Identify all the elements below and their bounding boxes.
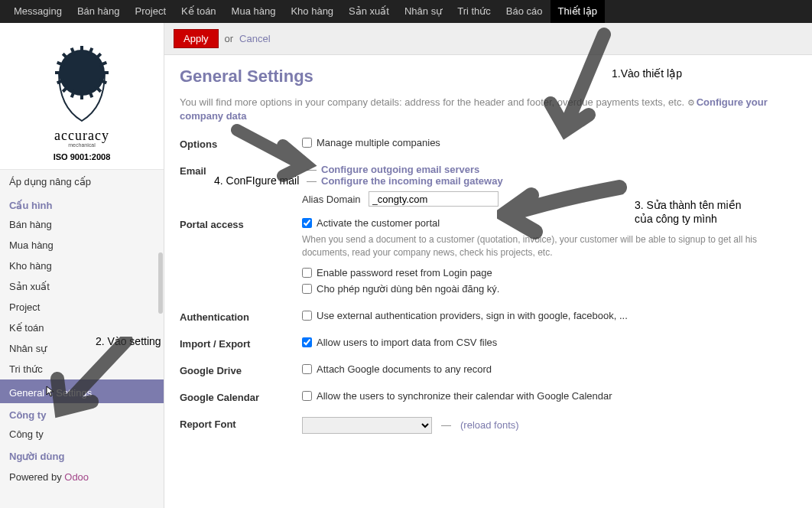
font-label: Report Font [180, 417, 302, 430]
cursor-icon [46, 386, 56, 400]
alias-domain-input[interactable] [369, 191, 499, 207]
font-select[interactable] [302, 417, 432, 434]
menu-item-thiết-lập[interactable]: Thiết lập [551, 0, 605, 23]
password-reset-label: Enable password reset from Login page [317, 267, 492, 278]
sidebar-group-title: Người dùng [0, 444, 164, 465]
ext-auth-checkbox[interactable] [302, 311, 312, 321]
sidebar-item[interactable]: Mua hàng [0, 235, 164, 256]
incoming-link[interactable]: Configure the incoming email gateway [321, 175, 503, 187]
main-area: Apply or Cancel General Settings You wil… [164, 23, 812, 508]
svg-rect-1 [80, 46, 83, 54]
logo-iso: ISO 9001:2008 [11, 152, 152, 161]
sidebar: accuracy mechanical ISO 9001:2008 Áp dụn… [0, 23, 164, 508]
content: General Settings You will find more opti… [164, 55, 812, 461]
menu-item-sản-xuất[interactable]: Sản xuất [341, 0, 397, 23]
csv-import-label: Allow users to import data from CSV file… [317, 337, 497, 348]
menu-item-nhân-sự[interactable]: Nhân sự [397, 0, 450, 23]
sidebar-group-title: Cấu hình [0, 194, 164, 214]
alias-label: Alias Domain [302, 194, 361, 205]
manage-multi-label: Manage multiple companies [317, 137, 440, 148]
gear-icon: ⚙ [687, 98, 695, 107]
activate-help: When you send a document to a customer (… [302, 233, 797, 259]
menu-item-báo-cáo[interactable]: Báo cáo [499, 0, 551, 23]
intro-prefix: You will find more options in your compa… [180, 96, 687, 108]
menu-item-mua-hàng[interactable]: Mua hàng [224, 0, 284, 23]
sidebar-item[interactable]: Nhân sự [0, 338, 164, 359]
external-register-label: Cho phép người dùng bên ngoài đăng ký. [317, 283, 499, 295]
scrollbar-thumb[interactable] [158, 252, 163, 314]
sidebar-item[interactable]: Kế toán [0, 318, 164, 338]
ext-auth-label: Use external authentication providers, s… [317, 310, 628, 321]
menu-item-messaging[interactable]: Messaging [6, 0, 70, 23]
action-bar: Apply or Cancel [164, 23, 812, 55]
powered-prefix: Powered by [9, 471, 64, 483]
logo-text: accuracy [11, 128, 152, 144]
csv-import-checkbox[interactable] [302, 337, 312, 347]
sidebar-item[interactable]: Project [0, 297, 164, 318]
sidebar-item[interactable]: Tri thức [0, 359, 164, 379]
svg-rect-9 [80, 92, 83, 99]
apply-button[interactable]: Apply [174, 29, 219, 48]
sidebar-item[interactable]: Kho hàng [0, 256, 164, 276]
top-menu: MessagingBán hàngProjectKế toánMua hàngK… [0, 0, 812, 23]
sidebar-item[interactable]: Bán hàng [0, 214, 164, 235]
menu-item-bán-hàng[interactable]: Bán hàng [70, 0, 128, 23]
powered-by: Powered by Odoo [0, 465, 164, 489]
gear-icon [44, 38, 120, 125]
cancel-link[interactable]: Cancel [239, 33, 270, 44]
logo-subtext: mechanical [11, 142, 152, 148]
gcal-label: Google Calendar [180, 390, 302, 403]
gdrive-label: Google Drive [180, 363, 302, 376]
intro-text: You will find more options in your compa… [180, 96, 797, 123]
options-label: Options [180, 137, 302, 150]
gcal-sync-label: Allow the users to synchronize their cal… [317, 390, 612, 402]
sidebar-group-title: Công ty [0, 403, 164, 424]
password-reset-checkbox[interactable] [302, 268, 312, 278]
menu-item-project[interactable]: Project [128, 0, 174, 23]
manage-multi-checkbox[interactable] [302, 138, 312, 148]
sidebar-item[interactable]: Công ty [0, 424, 164, 444]
or-text: or [225, 33, 234, 44]
reload-fonts-link[interactable]: (reload fonts) [460, 419, 519, 431]
sidebar-upgrade[interactable]: Áp dụng nâng cấp [0, 170, 164, 194]
menu-item-tri-thức[interactable]: Tri thức [450, 0, 499, 23]
logo-area: accuracy mechanical ISO 9001:2008 [0, 23, 164, 170]
odoo-link[interactable]: Odoo [64, 471, 89, 483]
external-register-checkbox[interactable] [302, 284, 312, 294]
sidebar-item[interactable]: GeneralSettings [0, 379, 164, 403]
outgoing-link[interactable]: Configure outgoing email servers [321, 164, 479, 175]
menu-item-kho-hàng[interactable]: Kho hàng [283, 0, 341, 23]
gdrive-attach-label: Attach Google documents to any record [317, 363, 492, 375]
page-title: General Settings [180, 67, 797, 86]
portal-label: Portal access [180, 217, 302, 230]
activate-portal-label: Activate the customer portal [317, 217, 440, 229]
auth-label: Authentication [180, 310, 302, 323]
email-label: Email [180, 164, 302, 177]
activate-portal-checkbox[interactable] [302, 218, 312, 228]
sidebar-item[interactable]: Sản xuất [0, 276, 164, 297]
gdrive-checkbox[interactable] [302, 364, 312, 374]
import-export-label: Import / Export [180, 337, 302, 350]
gcal-checkbox[interactable] [302, 391, 312, 401]
menu-item-kế-toán[interactable]: Kế toán [174, 0, 224, 23]
